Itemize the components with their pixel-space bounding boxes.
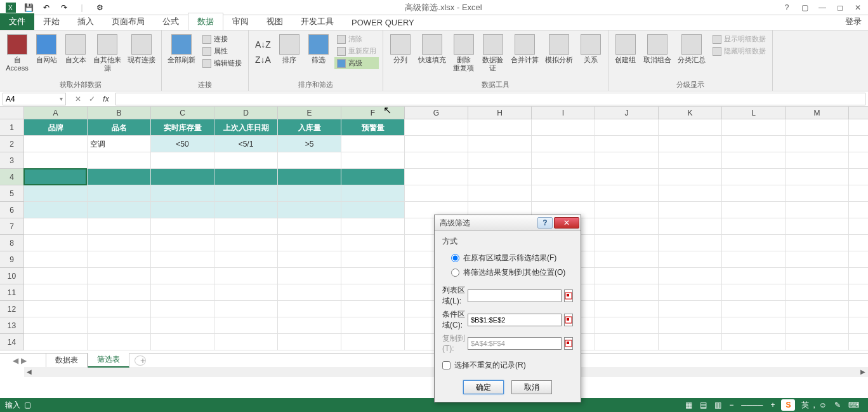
tab-file[interactable]: 文件 — [0, 13, 34, 30]
cell[interactable] — [722, 169, 786, 185]
cell[interactable] — [595, 235, 659, 251]
zoom-slider[interactable]: ──── — [737, 401, 766, 409]
flash-fill-button[interactable]: 快速填充 — [416, 32, 448, 64]
existing-conn-button[interactable]: 现有连接 — [126, 32, 157, 64]
cell[interactable] — [786, 185, 849, 202]
cell[interactable] — [214, 235, 278, 251]
from-access-button[interactable]: 自 Access — [4, 32, 30, 72]
tab-nav-left-icon[interactable]: ◀ — [13, 356, 18, 365]
cell[interactable] — [405, 136, 468, 152]
cell[interactable] — [151, 284, 214, 301]
cell[interactable] — [214, 301, 278, 317]
cell[interactable] — [659, 185, 722, 202]
column-header[interactable]: N — [849, 107, 868, 119]
cell[interactable] — [786, 268, 849, 284]
cell[interactable] — [278, 284, 341, 301]
cell[interactable] — [595, 119, 659, 136]
cell[interactable] — [341, 268, 405, 284]
cell[interactable] — [214, 284, 278, 301]
cell[interactable] — [341, 235, 405, 251]
signin-link[interactable]: 登录 — [839, 13, 868, 30]
cell[interactable] — [24, 334, 88, 350]
subtotal-button[interactable]: 分类汇总 — [676, 32, 707, 64]
reapply-button[interactable]: 重新应用 — [334, 45, 379, 57]
sort-asc-button[interactable]: A↓Z — [253, 37, 273, 52]
cell[interactable] — [595, 218, 659, 235]
cell[interactable] — [849, 334, 868, 350]
cell[interactable] — [214, 268, 278, 284]
criteria-range-input[interactable] — [468, 314, 562, 326]
zoom-in-icon[interactable]: + — [766, 401, 779, 409]
tab-review[interactable]: 审阅 — [223, 13, 258, 30]
radio-copy-to-location[interactable] — [451, 269, 459, 277]
ime-emoji-icon[interactable]: ☺ — [815, 401, 831, 409]
cell[interactable] — [849, 119, 868, 136]
cell[interactable] — [722, 251, 786, 268]
view-break-icon[interactable]: ▥ — [711, 401, 725, 409]
list-range-input[interactable] — [468, 289, 562, 302]
cell[interactable] — [24, 268, 88, 284]
cell[interactable]: >5 — [278, 136, 341, 152]
minimize-icon[interactable]: — — [815, 1, 830, 14]
cell[interactable] — [849, 251, 868, 268]
from-text-button[interactable]: 自文本 — [62, 32, 89, 64]
cell[interactable] — [849, 317, 868, 334]
cell[interactable] — [532, 152, 595, 169]
cell[interactable] — [88, 169, 151, 185]
column-header[interactable]: C — [151, 107, 214, 119]
consolidate-button[interactable]: 合并计算 — [509, 32, 541, 64]
cell[interactable] — [151, 317, 214, 334]
cell[interactable] — [341, 169, 405, 185]
row-header[interactable]: 5 — [0, 185, 24, 202]
cell[interactable] — [595, 152, 659, 169]
cell[interactable] — [659, 119, 722, 136]
cell[interactable] — [405, 152, 468, 169]
undo-icon[interactable]: ↶ — [38, 1, 55, 15]
cell[interactable] — [88, 301, 151, 317]
cell[interactable] — [468, 152, 532, 169]
cell[interactable] — [341, 136, 405, 152]
excel-icon[interactable]: X — [3, 1, 19, 15]
row-header[interactable]: 13 — [0, 317, 24, 334]
cell[interactable] — [786, 169, 849, 185]
ok-button[interactable]: 确定 — [463, 380, 504, 394]
cell[interactable] — [595, 202, 659, 218]
column-header[interactable]: L — [722, 107, 786, 119]
cell[interactable] — [24, 169, 88, 185]
cell[interactable] — [278, 334, 341, 350]
cell[interactable] — [151, 334, 214, 350]
cell[interactable] — [214, 169, 278, 185]
cell[interactable] — [659, 136, 722, 152]
column-header[interactable]: J — [595, 107, 659, 119]
cell[interactable] — [722, 284, 786, 301]
ribbon-toggle-icon[interactable]: ▢ — [797, 1, 812, 14]
refresh-all-button[interactable]: 全部刷新 — [166, 32, 197, 64]
row-header[interactable]: 9 — [0, 251, 24, 268]
cell[interactable] — [849, 301, 868, 317]
column-header[interactable]: H — [468, 107, 532, 119]
copy-to-picker-button[interactable] — [564, 337, 573, 350]
cell[interactable] — [151, 235, 214, 251]
cell[interactable] — [341, 202, 405, 218]
cell[interactable] — [24, 185, 88, 202]
cell[interactable] — [786, 152, 849, 169]
cell[interactable] — [786, 251, 849, 268]
qat-custom-icon[interactable]: ⚙ — [91, 1, 108, 15]
cell[interactable] — [405, 185, 468, 202]
cell[interactable] — [849, 185, 868, 202]
cell[interactable] — [532, 169, 595, 185]
cell[interactable] — [24, 251, 88, 268]
cell[interactable] — [405, 119, 468, 136]
cell[interactable] — [659, 202, 722, 218]
cell[interactable] — [24, 218, 88, 235]
cell[interactable] — [786, 218, 849, 235]
radio-filter-in-place[interactable] — [451, 254, 459, 262]
column-header[interactable]: A — [24, 107, 88, 119]
cell[interactable] — [151, 202, 214, 218]
cell[interactable] — [786, 119, 849, 136]
dialog-titlebar[interactable]: 高级筛选 ? ✕ — [435, 215, 581, 231]
cell[interactable] — [151, 218, 214, 235]
column-header[interactable]: E — [278, 107, 341, 119]
column-header[interactable]: G — [405, 107, 468, 119]
cell[interactable] — [151, 251, 214, 268]
